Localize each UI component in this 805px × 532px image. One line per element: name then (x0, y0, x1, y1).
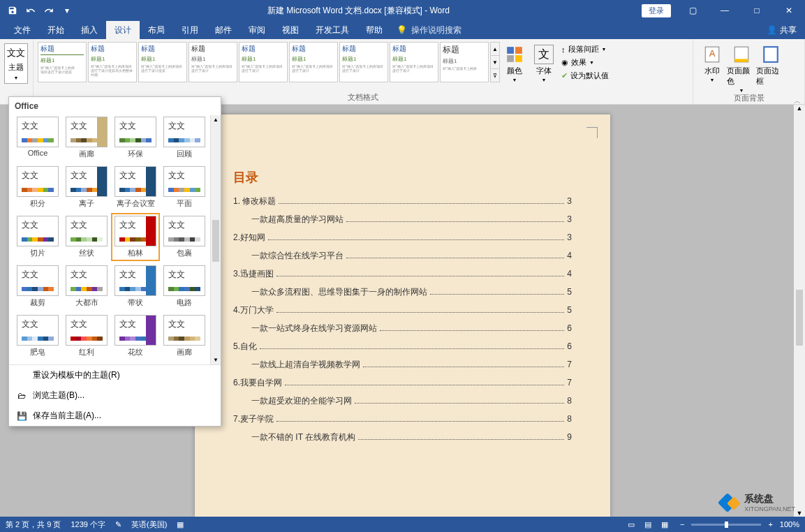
toc-entry[interactable]: 一款超高质量的学习网站3 (233, 214, 572, 226)
toc-entry[interactable]: 4.万门大学5 (233, 304, 572, 316)
toc-entry[interactable]: 2.好知网3 (233, 232, 572, 244)
toc-entry[interactable]: 一款综合性在线学习平台4 (233, 250, 572, 262)
tab-review[interactable]: 审阅 (240, 21, 274, 39)
toc-entry[interactable]: 3.迅捷画图4 (233, 268, 572, 280)
theme-item-裁剪[interactable]: 文文裁剪 (15, 264, 61, 309)
theme-item-离子会议室[interactable]: 文文离子会议室 (112, 165, 158, 210)
theme-item-花纹[interactable]: 文文花纹 (112, 313, 158, 359)
theme-item-环保[interactable]: 文文环保 (112, 115, 158, 161)
toc-entry[interactable]: 一款线上超清自学视频教学网7 (233, 359, 572, 371)
theme-item-肥皂[interactable]: 文文肥皂 (15, 313, 61, 359)
set-default-button[interactable]: ✔设为默认值 (559, 70, 612, 82)
gallery-expand[interactable]: ▲▼⊽ (490, 42, 500, 82)
scroll-thumb[interactable] (212, 220, 219, 262)
language-indicator[interactable]: 英语(美国) (131, 519, 167, 530)
style-set-item[interactable]: 标题标题1对"插入"选项卡上的库项目进行了设计使其 (38, 42, 87, 82)
toc-entry[interactable]: 一款众多流程图、思维导图集于一身的制作网站5 (233, 286, 572, 298)
style-set-gallery[interactable]: 标题标题1对"插入"选项卡上的库项目进行了设计使其 标题标题1对"插入"选项卡上… (38, 42, 500, 82)
style-set-item[interactable]: 标题标题1对"插入"选项卡上的库项目进行了设计 (339, 42, 388, 82)
tab-mailings[interactable]: 邮件 (207, 21, 240, 39)
themes-scrollbar[interactable]: ▲ ▼ (210, 115, 221, 364)
effects-button[interactable]: ◉效果▼ (559, 57, 612, 68)
toc-entry[interactable]: 1. 修改标题3 (233, 195, 572, 207)
theme-item-切片[interactable]: 文文切片 (15, 214, 61, 260)
save-theme-button[interactable]: 💾保存当前主题(A)... (9, 406, 221, 426)
ribbon-display-button[interactable]: ▢ (677, 0, 709, 21)
style-set-item[interactable]: 标题标题1对"插入"选项卡上的库 (440, 42, 489, 82)
theme-item-红利[interactable]: 文文红利 (64, 313, 110, 359)
gallery-up-icon[interactable]: ▲ (491, 43, 499, 56)
tab-layout[interactable]: 布局 (140, 21, 173, 39)
share-button[interactable]: 👤 共享 (767, 24, 797, 36)
theme-item-Office[interactable]: 文文Office (15, 115, 61, 161)
zoom-in-button[interactable]: + (768, 520, 772, 529)
zoom-level[interactable]: 100% (780, 520, 799, 529)
macro-icon[interactable]: ▦ (177, 520, 184, 529)
theme-item-带状[interactable]: 文文带状 (112, 264, 158, 309)
redo-button[interactable] (40, 2, 57, 19)
fonts-button[interactable]: 文 字体▼ (529, 42, 559, 82)
theme-item-回顾[interactable]: 文文回顾 (161, 115, 207, 161)
login-button[interactable]: 登录 (642, 4, 671, 17)
watermark-button[interactable]: A 水印▼ (697, 42, 727, 82)
zoom-handle[interactable] (725, 522, 728, 528)
page-indicator[interactable]: 第 2 页，共 9 页 (6, 519, 61, 530)
theme-item-电路[interactable]: 文文电路 (161, 264, 207, 309)
browse-themes-button[interactable]: 🗁浏览主题(B)... (9, 385, 221, 406)
tab-references[interactable]: 引用 (173, 21, 207, 39)
theme-item-平面[interactable]: 文文平面 (161, 165, 207, 210)
style-set-item[interactable]: 标题标题1对"插入"选项卡上的库项目进行了设计 (289, 42, 338, 82)
save-button[interactable] (4, 2, 21, 19)
tab-design[interactable]: 设计 (106, 21, 140, 39)
theme-item-积分[interactable]: 文文积分 (15, 165, 61, 210)
read-mode-button[interactable]: ▭ (623, 518, 640, 531)
toc-entry[interactable]: 一款一站式终身在线学习资源网站6 (233, 323, 572, 334)
page-borders-button[interactable]: 页面边框 (756, 42, 785, 87)
colors-button[interactable]: 颜色▼ (500, 42, 529, 82)
themes-button[interactable]: 文文 主题 ▼ (4, 43, 28, 84)
close-button[interactable]: ✕ (773, 0, 805, 21)
theme-item-离子[interactable]: 文文离子 (64, 165, 110, 210)
gallery-more-icon[interactable]: ⊽ (491, 69, 499, 82)
theme-item-包裹[interactable]: 文文包裹 (161, 214, 207, 260)
web-layout-button[interactable]: ▦ (656, 518, 673, 531)
qat-more-button[interactable]: ▾ (59, 2, 75, 19)
gallery-down-icon[interactable]: ▼ (491, 56, 499, 69)
document-page[interactable]: 目录 1. 修改标题3一款超高质量的学习网站32.好知网3一款综合性在线学习平台… (195, 114, 610, 517)
tab-home[interactable]: 开始 (39, 21, 73, 39)
toc-entry[interactable]: 5.自化6 (233, 341, 572, 353)
tab-help[interactable]: 帮助 (357, 21, 391, 39)
zoom-slider[interactable] (691, 524, 761, 526)
print-layout-button[interactable]: ▤ (640, 518, 656, 531)
word-count[interactable]: 1239 个字 (71, 519, 105, 530)
tab-view[interactable]: 视图 (274, 21, 307, 39)
style-set-item[interactable]: 标题标题1对"插入"选项卡上的库项目进行了设计 (390, 42, 438, 82)
scroll-up-icon[interactable]: ▲ (797, 105, 803, 112)
paragraph-spacing-button[interactable]: ↕段落间距▼ (559, 43, 612, 55)
reset-theme-button[interactable]: 重设为模板中的主题(R) (9, 365, 221, 385)
theme-item-丝状[interactable]: 文文丝状 (64, 214, 110, 260)
theme-item-柏林[interactable]: 文文柏林 (112, 214, 158, 260)
style-set-item[interactable]: 标题标题1对"插入"选项卡上的库项目进行了设计使其与文档整体外观 (88, 42, 137, 82)
scroll-down-icon[interactable]: ▼ (797, 510, 803, 517)
minimize-button[interactable]: — (709, 0, 741, 21)
undo-button[interactable] (22, 2, 39, 19)
toc-entry[interactable]: 一款不错的 IT 在线教育机构9 (233, 431, 572, 443)
toc-entry[interactable]: 6.我要自学网7 (233, 377, 572, 389)
style-set-item[interactable]: 标题标题1对"插入"选项卡上的库项目进行了设计 (239, 42, 288, 82)
toc-entry[interactable]: 一款超受欢迎的全能学习网8 (233, 395, 572, 407)
toc-entry[interactable]: 7.麦子学院8 (233, 413, 572, 425)
tab-insert[interactable]: 插入 (73, 21, 106, 39)
page-color-button[interactable]: 页面颜色▼ (727, 42, 756, 93)
theme-item-画廊[interactable]: 文文画廊 (64, 115, 110, 161)
tab-developer[interactable]: 开发工具 (307, 21, 357, 39)
spellcheck-icon[interactable]: ✎ (115, 520, 121, 529)
zoom-out-button[interactable]: − (680, 520, 684, 529)
scroll-thumb[interactable] (796, 290, 803, 346)
vertical-scrollbar[interactable]: ▲ ▼ (794, 105, 805, 517)
theme-item-画廊[interactable]: 文文画廊 (161, 313, 207, 359)
theme-item-大都市[interactable]: 文文大都市 (64, 264, 110, 309)
maximize-button[interactable]: □ (741, 0, 773, 21)
scroll-down-icon[interactable]: ▼ (213, 357, 219, 363)
scroll-up-icon[interactable]: ▲ (213, 117, 219, 123)
